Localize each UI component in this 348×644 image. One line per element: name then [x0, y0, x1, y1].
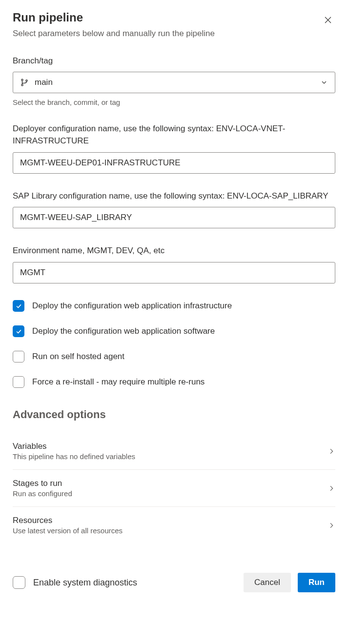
deployer-config-input[interactable] — [13, 152, 335, 174]
branch-icon — [20, 78, 29, 87]
dialog-title: Run pipeline — [13, 11, 215, 25]
deploy-software-label: Deploy the configuration web application… — [32, 326, 215, 336]
sap-library-label: SAP Library configuration name, use the … — [13, 190, 335, 202]
branch-label: Branch/tag — [13, 55, 335, 67]
deployer-config-label: Deployer configuration name, use the fol… — [13, 123, 335, 147]
deploy-software-checkbox[interactable] — [13, 325, 24, 337]
sap-library-input[interactable] — [13, 207, 335, 228]
run-button[interactable]: Run — [298, 573, 335, 592]
dialog-subtitle: Select parameters below and manually run… — [13, 29, 215, 39]
variables-subtitle: This pipeline has no defined variables — [13, 452, 135, 461]
variables-row[interactable]: Variables This pipeline has no defined v… — [13, 433, 335, 470]
force-reinstall-label: Force a re-install - may require multipl… — [32, 377, 205, 387]
chevron-right-icon — [328, 522, 335, 529]
stages-title: Stages to run — [13, 479, 72, 488]
resources-subtitle: Use latest version of all resources — [13, 526, 123, 535]
svg-point-2 — [26, 80, 27, 81]
stages-row[interactable]: Stages to run Run as configured — [13, 470, 335, 507]
branch-helper-text: Select the branch, commit, or tag — [13, 98, 335, 106]
chevron-down-icon — [320, 79, 328, 86]
variables-title: Variables — [13, 442, 135, 451]
chevron-right-icon — [328, 484, 335, 492]
environment-input[interactable] — [13, 262, 335, 283]
environment-label: Environment name, MGMT, DEV, QA, etc — [13, 245, 335, 257]
stages-subtitle: Run as configured — [13, 489, 72, 498]
resources-row[interactable]: Resources Use latest version of all reso… — [13, 507, 335, 543]
close-button[interactable] — [321, 13, 335, 29]
system-diagnostics-checkbox[interactable] — [13, 576, 25, 589]
branch-tag-value: main — [35, 78, 314, 87]
check-icon — [15, 302, 22, 310]
cancel-button[interactable]: Cancel — [244, 573, 291, 592]
advanced-options-heading: Advanced options — [13, 408, 335, 421]
check-icon — [15, 328, 22, 335]
force-reinstall-checkbox[interactable] — [13, 376, 24, 388]
resources-title: Resources — [13, 516, 123, 525]
deploy-infra-label: Deploy the configuration web application… — [32, 301, 232, 311]
chevron-right-icon — [328, 447, 335, 455]
self-hosted-checkbox[interactable] — [13, 351, 24, 362]
branch-tag-select[interactable]: main — [13, 72, 335, 93]
self-hosted-label: Run on self hosted agent — [32, 352, 124, 362]
deploy-infra-checkbox[interactable] — [13, 300, 24, 312]
close-icon — [324, 16, 332, 24]
system-diagnostics-label: Enable system diagnostics — [33, 578, 137, 588]
svg-point-1 — [21, 84, 23, 86]
svg-point-0 — [21, 80, 23, 81]
